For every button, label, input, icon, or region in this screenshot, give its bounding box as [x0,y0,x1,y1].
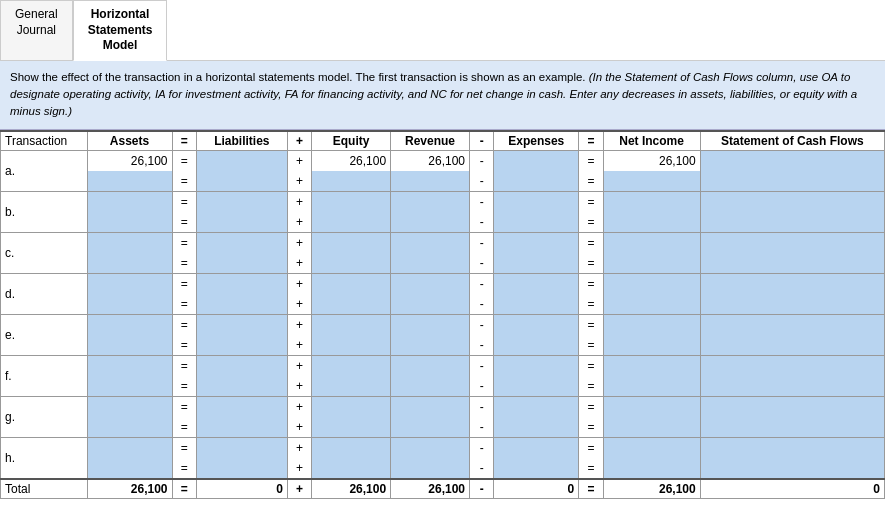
a1-plus: + [287,150,311,171]
a2-equity[interactable] [312,171,391,192]
b1-eq1: = [172,191,196,212]
a2-plus: + [287,171,311,192]
table-row-b-1: b. = + - = [1,191,885,212]
table-row-a-2: = + - = [1,171,885,192]
b2-assets[interactable] [87,212,172,233]
table-row-b-2: = + - = [1,212,885,233]
label-c: c. [1,232,88,273]
a1-eq2: = [579,150,603,171]
table-row-g-2: = + - = [1,417,885,438]
total-eq1: = [172,479,196,499]
total-minus: - [470,479,494,499]
tabs-container: GeneralJournal HorizontalStatementsModel [0,0,885,61]
table-row-c-2: = + - = [1,253,885,274]
a1-ni: 26,100 [603,150,700,171]
b1-ni[interactable] [603,191,700,212]
header-revenue: Revenue [391,131,470,151]
header-expenses: Expenses [494,131,579,151]
instructions-text: Show the effect of the transaction in a … [0,61,885,130]
main-table-wrap: Transaction Assets = Liabilities + Equit… [0,130,885,499]
total-eq2: = [579,479,603,499]
total-label: Total [1,479,88,499]
b2-liab[interactable] [196,212,287,233]
header-minus: - [470,131,494,151]
total-equity: 26,100 [312,479,391,499]
b1-eq2: = [579,191,603,212]
bottom-navigation: ❮ < General Journal Horizontal Statement… [0,499,885,506]
header-eq1: = [172,131,196,151]
a2-eq1: = [172,171,196,192]
table-row-h-1: h. = + - = [1,437,885,458]
table-row-g-1: g. = + - = [1,396,885,417]
table-row-f-2: = + - = [1,376,885,397]
table-row-a-1: a. 26,100 = + 26,100 26,100 - = 26,100 [1,150,885,171]
b1-plus: + [287,191,311,212]
table-row-c-1: c. = + - = [1,232,885,253]
tab-horizontal-statements[interactable]: HorizontalStatementsModel [73,0,168,61]
a2-liab[interactable] [196,171,287,192]
horizontal-statements-table: Transaction Assets = Liabilities + Equit… [0,130,885,499]
a2-cf[interactable] [700,171,884,192]
header-liabilities: Liabilities [196,131,287,151]
a1-minus: - [470,150,494,171]
label-a: a. [1,150,88,191]
label-f: f. [1,355,88,396]
b2-exp[interactable] [494,212,579,233]
table-row-f-1: f. = + - = [1,355,885,376]
total-cf: 0 [700,479,884,499]
a1-liab[interactable] [196,150,287,171]
total-ni: 26,100 [603,479,700,499]
label-e: e. [1,314,88,355]
a1-exp[interactable] [494,150,579,171]
label-b: b. [1,191,88,232]
a2-minus: - [470,171,494,192]
b1-exp[interactable] [494,191,579,212]
header-transaction: Transaction [1,131,88,151]
header-cash-flows: Statement of Cash Flows [700,131,884,151]
b1-equity[interactable] [312,191,391,212]
header-equity: Equity [312,131,391,151]
tab-general-journal[interactable]: GeneralJournal [0,0,73,60]
b1-liab[interactable] [196,191,287,212]
b2-equity[interactable] [312,212,391,233]
b2-ni[interactable] [603,212,700,233]
b2-cf[interactable] [700,212,884,233]
b2-rev[interactable] [391,212,470,233]
total-liab: 0 [196,479,287,499]
total-assets: 26,100 [87,479,172,499]
label-h: h. [1,437,88,479]
table-row-total: Total 26,100 = 0 + 26,100 26,100 - 0 = 2… [1,479,885,499]
header-net-income: Net Income [603,131,700,151]
a1-eq1: = [172,150,196,171]
table-row-d-1: d. = + - = [1,273,885,294]
a1-equity: 26,100 [312,150,391,171]
b1-rev[interactable] [391,191,470,212]
header-assets: Assets [87,131,172,151]
total-plus: + [287,479,311,499]
b1-cf[interactable] [700,191,884,212]
a2-exp[interactable] [494,171,579,192]
table-row-d-2: = + - = [1,294,885,315]
header-plus: + [287,131,311,151]
total-rev: 26,100 [391,479,470,499]
a2-assets[interactable] [87,171,172,192]
b1-minus: - [470,191,494,212]
total-exp: 0 [494,479,579,499]
a1-rev: 26,100 [391,150,470,171]
label-g: g. [1,396,88,437]
a1-assets: 26,100 [87,150,172,171]
table-row-h-2: = + - = [1,458,885,479]
a1-cf[interactable] [700,150,884,171]
a2-rev[interactable] [391,171,470,192]
b1-assets[interactable] [87,191,172,212]
table-row-e-1: e. = + - = [1,314,885,335]
header-eq2: = [579,131,603,151]
a2-ni[interactable] [603,171,700,192]
label-d: d. [1,273,88,314]
table-row-e-2: = + - = [1,335,885,356]
a2-eq2: = [579,171,603,192]
